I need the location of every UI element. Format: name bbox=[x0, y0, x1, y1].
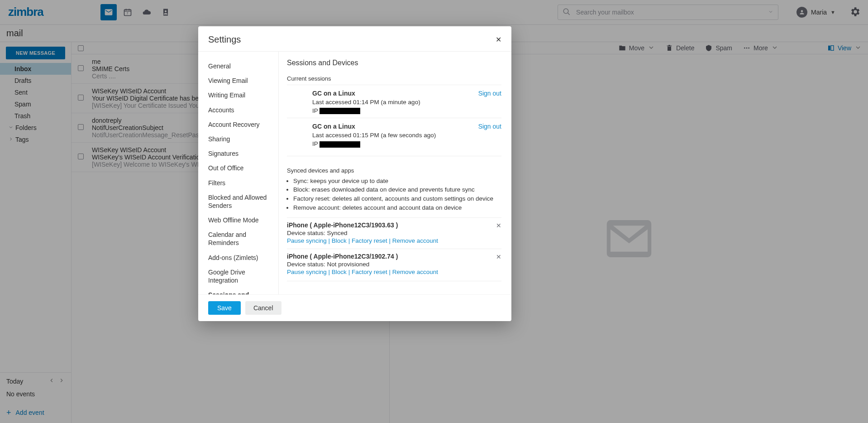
message-checkbox[interactable] bbox=[78, 95, 84, 101]
device-row: ✕ iPhone ( Apple-iPhone12C3/1902.74 ) De… bbox=[287, 249, 501, 280]
view-button[interactable]: View bbox=[827, 44, 862, 52]
remove-account-link[interactable]: Remove account bbox=[392, 269, 438, 275]
close-icon[interactable]: ✕ bbox=[496, 35, 501, 44]
sign-out-link[interactable]: Sign out bbox=[478, 90, 501, 97]
settings-nav-item[interactable]: General bbox=[198, 59, 278, 73]
message-checkbox[interactable] bbox=[78, 124, 84, 130]
svg-point-6 bbox=[748, 48, 749, 49]
sign-out-link[interactable]: Sign out bbox=[478, 123, 501, 130]
settings-nav-item[interactable]: Account Recovery bbox=[198, 117, 278, 132]
folder-list: Inbox Drafts Sent Spam Trash Folders Tag… bbox=[0, 63, 71, 145]
block-link[interactable]: Block bbox=[332, 237, 347, 244]
move-button[interactable]: Move bbox=[619, 44, 655, 52]
settings-nav-item[interactable]: Sessions and Devices bbox=[198, 288, 278, 294]
no-events-label: No events bbox=[6, 390, 65, 398]
mail-icon[interactable] bbox=[100, 4, 117, 20]
device-name: iPhone ( Apple-iPhone12C3/1902.74 ) bbox=[287, 253, 501, 260]
sidebar-item-tags[interactable]: Tags bbox=[0, 134, 71, 145]
desc-item: Block: erases downloaded data on device … bbox=[293, 185, 501, 194]
session-row: GC on a Linux Sign out Last accessed 01:… bbox=[287, 85, 501, 118]
settings-nav-item[interactable]: Signatures bbox=[198, 146, 278, 161]
close-icon[interactable]: ✕ bbox=[496, 253, 501, 260]
settings-nav-item[interactable]: Writing Email bbox=[198, 88, 278, 102]
calendar-icon[interactable]: 7 bbox=[119, 4, 136, 20]
settings-nav-item[interactable]: Accounts bbox=[198, 103, 278, 117]
pause-syncing-link[interactable]: Pause syncing bbox=[287, 237, 327, 244]
plus-icon: + bbox=[6, 409, 11, 417]
settings-nav: GeneralViewing EmailWriting EmailAccount… bbox=[198, 52, 279, 294]
device-actions: Pause syncing | Block | Factory reset | … bbox=[287, 237, 501, 244]
cloud-icon[interactable] bbox=[138, 4, 155, 20]
svg-point-5 bbox=[746, 48, 748, 49]
session-name: GC on a Linux bbox=[312, 90, 355, 97]
app-header: zimbra 7 Maria ▼ bbox=[0, 0, 868, 25]
modal-title: Settings bbox=[208, 34, 241, 45]
session-ip: IP bbox=[312, 107, 501, 114]
mini-agenda: Today No events +Add event bbox=[0, 372, 71, 423]
device-status: Device status: Synced bbox=[287, 230, 501, 236]
more-button[interactable]: More bbox=[743, 44, 778, 52]
delete-button[interactable]: Delete bbox=[666, 44, 694, 52]
avatar bbox=[796, 7, 807, 18]
settings-nav-item[interactable]: Filters bbox=[198, 176, 278, 190]
close-icon[interactable]: ✕ bbox=[496, 222, 501, 229]
settings-content[interactable]: Sessions and Devices Current sessions GC… bbox=[279, 52, 511, 294]
chevron-down-icon[interactable] bbox=[768, 9, 773, 16]
save-button[interactable]: Save bbox=[208, 301, 241, 315]
desc-item: Remove account: deletes account and acco… bbox=[293, 203, 501, 212]
settings-nav-item[interactable]: Viewing Email bbox=[198, 73, 278, 88]
modal-header: Settings ✕ bbox=[198, 26, 511, 52]
nav-icons: 7 bbox=[100, 4, 174, 20]
contacts-icon[interactable] bbox=[157, 4, 174, 20]
search-input[interactable] bbox=[576, 9, 763, 16]
sidebar-item-spam[interactable]: Spam bbox=[0, 98, 71, 110]
remove-account-link[interactable]: Remove account bbox=[392, 237, 438, 244]
desc-item: Factory reset: deletes all content, acco… bbox=[293, 194, 501, 203]
search-box[interactable] bbox=[558, 5, 778, 20]
synced-description-list: Sync: keeps your device up to date Block… bbox=[293, 177, 501, 212]
settings-nav-item[interactable]: Calendar and Reminders bbox=[198, 227, 278, 250]
sidebar-item-sent[interactable]: Sent bbox=[0, 87, 71, 98]
sidebar-item-inbox[interactable]: Inbox bbox=[0, 63, 71, 75]
spam-button[interactable]: Spam bbox=[705, 44, 732, 52]
new-message-button[interactable]: NEW MESSAGE bbox=[6, 47, 65, 59]
chevron-right-icon[interactable] bbox=[58, 377, 65, 385]
sidebar-item-trash[interactable]: Trash bbox=[0, 110, 71, 122]
svg-rect-7 bbox=[828, 46, 830, 51]
device-status: Device status: Not provisioned bbox=[287, 261, 501, 268]
settings-modal: Settings ✕ GeneralViewing EmailWriting E… bbox=[198, 26, 511, 321]
logo: zimbra bbox=[8, 6, 68, 19]
search-icon bbox=[563, 8, 571, 17]
svg-text:7: 7 bbox=[127, 12, 129, 15]
today-label: Today bbox=[6, 378, 23, 385]
settings-nav-item[interactable]: Blocked and Allowed Senders bbox=[198, 190, 278, 213]
settings-nav-item[interactable]: Web Offline Mode bbox=[198, 213, 278, 227]
desc-item: Sync: keeps your device up to date bbox=[293, 177, 501, 186]
settings-nav-item[interactable]: Out of Office bbox=[198, 161, 278, 175]
select-all-checkbox[interactable] bbox=[78, 45, 84, 51]
synced-devices-label: Synced devices and apps bbox=[287, 167, 501, 174]
sidebar-item-drafts[interactable]: Drafts bbox=[0, 75, 71, 87]
factory-reset-link[interactable]: Factory reset bbox=[352, 237, 387, 244]
session-ip: IP bbox=[312, 140, 501, 147]
block-link[interactable]: Block bbox=[332, 269, 347, 275]
settings-nav-item[interactable]: Add-ons (Zimlets) bbox=[198, 250, 278, 265]
factory-reset-link[interactable]: Factory reset bbox=[352, 269, 387, 275]
message-checkbox[interactable] bbox=[78, 154, 84, 159]
cancel-button[interactable]: Cancel bbox=[245, 301, 281, 315]
message-checkbox[interactable] bbox=[78, 65, 84, 71]
settings-nav-item[interactable]: Sharing bbox=[198, 132, 278, 146]
sidebar-item-folders[interactable]: Folders bbox=[0, 122, 71, 134]
settings-nav-item[interactable]: Google Drive Integration bbox=[198, 265, 278, 288]
pause-syncing-link[interactable]: Pause syncing bbox=[287, 269, 327, 275]
gear-icon[interactable] bbox=[849, 6, 861, 19]
chevron-right-icon bbox=[8, 136, 14, 143]
chevron-down-icon bbox=[854, 44, 862, 52]
svg-point-4 bbox=[744, 48, 745, 49]
add-event-button[interactable]: +Add event bbox=[6, 409, 65, 417]
user-menu[interactable]: Maria ▼ bbox=[796, 7, 835, 18]
svg-rect-8 bbox=[831, 46, 834, 51]
ip-redacted bbox=[320, 141, 360, 148]
chevron-left-icon[interactable] bbox=[48, 377, 55, 385]
device-name: iPhone ( Apple-iPhone12C3/1903.63 ) bbox=[287, 221, 501, 229]
